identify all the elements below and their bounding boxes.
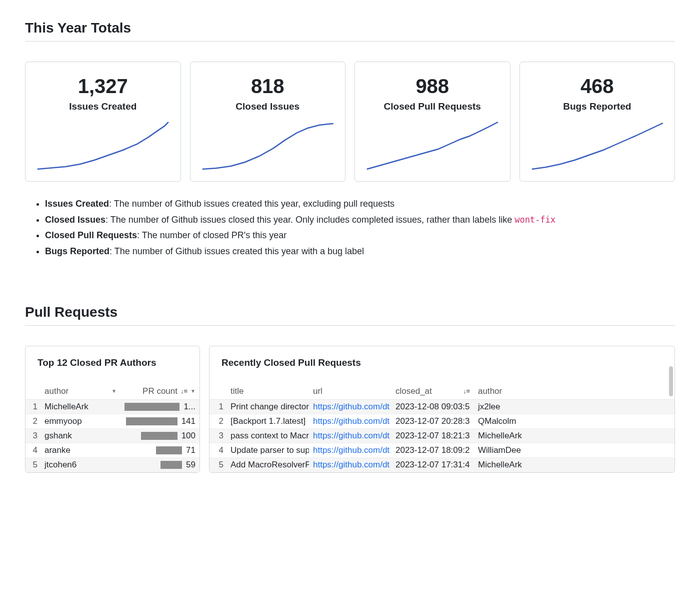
count-value: 1... [184, 402, 196, 412]
table-row[interactable]: 2emmyoop141 [26, 414, 200, 428]
row-index: 1 [210, 399, 226, 414]
recent-prs-panel: Recently Closed Pull Requests title url … [209, 346, 675, 473]
card-value: 1,327 [78, 75, 128, 97]
pr-url-link[interactable]: https://github.com/dt [313, 445, 390, 455]
row-index: 2 [210, 414, 226, 428]
pr-url-cell: https://github.com/dt [309, 457, 392, 472]
definition-item: Bugs Reported: The number of Github issu… [45, 244, 675, 259]
pr-closed-at-cell: 2023-12-07 18:21:3 [392, 428, 474, 443]
table-row[interactable]: 4aranke71 [26, 443, 200, 457]
count-cell: 100 [120, 428, 200, 443]
table-row[interactable]: 1Print change directorhttps://github.com… [210, 399, 674, 414]
pr-panels-row: Top 12 Closed PR Authors author ▼ PR cou… [25, 346, 675, 473]
sort-caret-icon: ▼ [112, 388, 116, 394]
definition-desc: : The number of Github issues closed thi… [106, 215, 514, 225]
pr-title-cell: [Backport 1.7.latest] [226, 414, 309, 428]
row-index: 2 [26, 414, 40, 428]
definition-desc: : The number of Github issues created th… [109, 199, 394, 209]
pr-title-cell: Update parser to sup [226, 443, 309, 457]
pr-title-cell: Add MacroResolverP [226, 457, 309, 472]
bar [141, 432, 178, 440]
section-title-prs: Pull Requests [25, 304, 675, 320]
pr-closed-at-cell: 2023-12-07 17:31:4 [392, 457, 474, 472]
bar [160, 461, 182, 469]
definition-item: Issues Created: The number of Github iss… [45, 197, 675, 212]
pr-title-cell: Print change director [226, 399, 309, 414]
pr-author-cell: MichelleArk [474, 428, 674, 443]
card-closed-issues: 818 Closed Issues [190, 62, 346, 182]
card-closed-prs: 988 Closed Pull Requests [354, 62, 510, 182]
table-row[interactable]: 3gshank100 [26, 428, 200, 443]
row-index: 1 [26, 399, 40, 414]
definition-desc: : The number of closed PR's this year [137, 230, 286, 240]
definitions-list: Issues Created: The number of Github iss… [45, 197, 675, 259]
definition-item: Closed Pull Requests: The number of clos… [45, 228, 675, 243]
table-row[interactable]: 5Add MacroResolverPhttps://github.com/dt… [210, 457, 674, 472]
table-row[interactable]: 1MichelleArk1... [26, 399, 200, 414]
author-cell: aranke [40, 443, 120, 457]
col-closed-at-label: closed_at [396, 386, 432, 396]
card-bugs-reported: 468 Bugs Reported [520, 62, 676, 182]
pr-url-link[interactable]: https://github.com/dt [313, 431, 390, 440]
pr-closed-at-cell: 2023-12-07 18:09:2 [392, 443, 474, 457]
row-index: 5 [26, 457, 40, 472]
definition-desc: : The number of Github issues created th… [110, 246, 364, 256]
col-url[interactable]: url [309, 383, 392, 400]
pr-closed-at-cell: 2023-12-08 09:03:5 [392, 399, 474, 414]
row-index: 3 [210, 428, 226, 443]
table-row[interactable]: 5jtcohen659 [26, 457, 200, 472]
divider [25, 41, 675, 42]
col-author[interactable]: author [474, 383, 674, 400]
table-row[interactable]: 2[Backport 1.7.latest]https://github.com… [210, 414, 674, 428]
section-title-totals: This Year Totals [25, 20, 675, 36]
bar [126, 417, 178, 425]
sort-caret-icon: ▼ [190, 388, 196, 394]
row-index: 4 [210, 443, 226, 457]
count-value: 59 [186, 460, 196, 470]
card-value: 818 [251, 75, 284, 97]
sparkline [529, 119, 666, 174]
count-cell: 1... [120, 399, 200, 414]
author-cell: MichelleArk [40, 399, 120, 414]
pr-title-cell: pass context to Macr [226, 428, 309, 443]
col-closed-at[interactable]: closed_at ↓≡ [392, 383, 474, 400]
author-cell: gshank [40, 428, 120, 443]
col-author-label: author [44, 386, 68, 396]
col-title-label: title [230, 386, 244, 396]
pr-author-cell: WilliamDee [474, 443, 674, 457]
pr-url-cell: https://github.com/dt [309, 443, 392, 457]
sparkline [200, 119, 336, 174]
sort-desc-icon: ↓≡ [180, 387, 188, 395]
col-idx [210, 383, 226, 400]
scrollbar[interactable] [669, 366, 673, 396]
pr-closed-at-cell: 2023-12-07 20:28:3 [392, 414, 474, 428]
count-value: 141 [182, 416, 196, 426]
panel-title: Recently Closed Pull Requests [210, 346, 674, 383]
definition-code: wont-fix [514, 215, 556, 225]
col-url-label: url [313, 386, 322, 396]
definition-term: Closed Pull Requests [45, 230, 137, 240]
pr-url-cell: https://github.com/dt [309, 399, 392, 414]
sort-desc-icon: ↓≡ [463, 387, 470, 395]
cards-row: 1,327 Issues Created 818 Closed Issues 9… [25, 62, 675, 182]
table-row[interactable]: 3pass context to Macrhttps://github.com/… [210, 428, 674, 443]
col-author[interactable]: author ▼ [40, 383, 120, 400]
pr-url-link[interactable]: https://github.com/dt [313, 460, 390, 469]
col-pr-count[interactable]: PR count ↓≡ ▼ [120, 383, 200, 400]
pr-url-link[interactable]: https://github.com/dt [313, 402, 390, 411]
pr-author-cell: QMalcolm [474, 414, 674, 428]
count-cell: 59 [120, 457, 200, 472]
recent-prs-table: title url closed_at ↓≡ author 1Print cha… [210, 383, 674, 472]
count-cell: 141 [120, 414, 200, 428]
definition-term: Issues Created [45, 199, 109, 209]
sparkline [364, 119, 501, 174]
sparkline [34, 119, 172, 174]
row-index: 3 [26, 428, 40, 443]
author-cell: jtcohen6 [40, 457, 120, 472]
pr-author-cell: MichelleArk [474, 457, 674, 472]
bar [124, 403, 180, 411]
table-row[interactable]: 4Update parser to suphttps://github.com/… [210, 443, 674, 457]
pr-url-link[interactable]: https://github.com/dt [313, 416, 390, 426]
card-label: Closed Issues [236, 101, 300, 112]
col-title[interactable]: title [226, 383, 309, 400]
